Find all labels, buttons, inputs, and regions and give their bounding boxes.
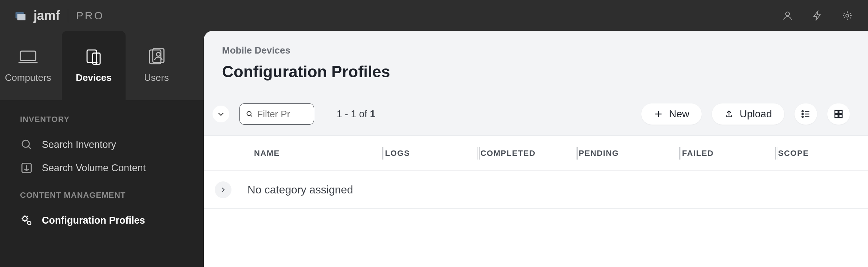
tab-devices[interactable]: Devices (62, 31, 126, 100)
column-failed[interactable]: FAILED (682, 149, 778, 158)
chevron-right-icon (220, 186, 226, 193)
users-icon (146, 48, 167, 66)
upload-button-label: Upload (740, 108, 772, 120)
column-logs[interactable]: LOGS (385, 149, 480, 158)
column-resize-handle[interactable] (381, 147, 385, 160)
jamf-logo-icon (15, 10, 25, 21)
svg-point-18 (802, 116, 804, 118)
column-scope[interactable]: SCOPE (778, 149, 865, 158)
plus-icon (654, 109, 663, 119)
result-range: 1 - 1 of 1 (337, 109, 376, 120)
filter-input[interactable] (257, 109, 308, 120)
search-icon (246, 109, 253, 119)
svg-point-15 (247, 111, 251, 116)
table-header: NAME LOGS COMPLETED PENDING FAILED SCOPE (204, 136, 868, 171)
upload-icon (724, 109, 734, 119)
brand-pro: PRO (76, 9, 104, 22)
svg-rect-20 (839, 110, 842, 114)
left-panel: Computers Devices Users INVENTORY Search… (0, 31, 204, 267)
sidebar-section-content-management: CONTENT MANAGEMENT (0, 191, 204, 209)
range-prefix: 1 - 1 of (337, 109, 370, 119)
mobile-devices-icon (84, 48, 104, 66)
sidebar-item-search-inventory[interactable]: Search Inventory (0, 133, 204, 156)
tab-computers[interactable]: Computers (0, 31, 62, 100)
device-type-tabs: Computers Devices Users (0, 31, 204, 100)
svg-rect-5 (87, 50, 96, 62)
gear-icon[interactable] (841, 9, 853, 22)
topbar-actions (781, 9, 853, 22)
list-icon (800, 109, 811, 119)
column-name[interactable]: NAME (254, 149, 385, 158)
main-panel: Mobile Devices Configuration Profiles 1 … (204, 31, 868, 267)
svg-rect-4 (20, 51, 36, 60)
page-title: Configuration Profiles (222, 63, 850, 81)
column-resize-handle[interactable] (678, 147, 682, 160)
upload-button[interactable]: Upload (712, 103, 784, 125)
tab-devices-label: Devices (76, 72, 111, 83)
svg-rect-19 (835, 110, 838, 114)
column-resize-handle[interactable] (575, 147, 579, 160)
breadcrumb: Mobile Devices (222, 45, 850, 56)
svg-point-14 (28, 221, 31, 225)
svg-rect-9 (153, 48, 164, 62)
group-expand-button[interactable] (215, 181, 231, 198)
svg-point-11 (22, 140, 29, 148)
group-label: No category assigned (247, 184, 353, 196)
svg-rect-22 (839, 114, 842, 118)
new-button[interactable]: New (641, 103, 702, 125)
svg-point-17 (802, 113, 804, 115)
new-button-label: New (669, 108, 689, 120)
gears-icon (20, 214, 33, 227)
filter-input-wrapper[interactable] (239, 103, 314, 125)
svg-point-2 (786, 12, 790, 16)
column-resize-handle[interactable] (774, 147, 778, 160)
svg-point-3 (846, 14, 849, 17)
grid-icon (833, 109, 844, 119)
brand-jamf: jamf (33, 8, 60, 23)
tab-users[interactable]: Users (126, 31, 187, 100)
column-completed[interactable]: COMPLETED (480, 149, 579, 158)
column-resize-handle[interactable] (477, 147, 480, 160)
tab-computers-label: Computers (5, 72, 51, 83)
bolt-icon[interactable] (811, 9, 824, 22)
svg-point-16 (802, 111, 804, 112)
svg-rect-21 (835, 114, 838, 118)
app-box-icon (20, 161, 33, 174)
laptop-icon (18, 48, 38, 66)
sidebar-item-configuration-profiles[interactable]: Configuration Profiles (0, 209, 204, 232)
collapse-all-button[interactable] (213, 106, 229, 122)
sidebar-item-label: Search Inventory (42, 139, 116, 150)
toolbar: 1 - 1 of 1 New Upload (204, 95, 868, 136)
column-pending[interactable]: PENDING (579, 149, 682, 158)
grid-view-button[interactable] (827, 103, 850, 125)
svg-rect-1 (17, 14, 26, 20)
range-total: 1 (370, 109, 376, 119)
sidebar-item-label: Configuration Profiles (42, 215, 145, 226)
brand-logo[interactable]: jamf PRO (15, 8, 104, 23)
search-icon (20, 138, 33, 151)
sidebar-section-inventory: INVENTORY (0, 115, 204, 133)
main-header: Mobile Devices Configuration Profiles (204, 31, 868, 95)
table-group-row: No category assigned (204, 171, 868, 209)
sidebar-item-label: Search Volume Content (42, 162, 146, 174)
svg-point-7 (96, 62, 97, 63)
svg-point-10 (156, 52, 160, 56)
tab-users-label: Users (144, 72, 169, 83)
sidebar-item-search-volume-content[interactable]: Search Volume Content (0, 156, 204, 180)
user-icon[interactable] (781, 9, 794, 22)
list-view-button[interactable] (794, 103, 817, 125)
sidebar: INVENTORY Search Inventory Search Volume… (0, 100, 204, 267)
chevron-down-icon (217, 110, 225, 118)
topbar: jamf PRO (0, 0, 868, 31)
brand-divider (68, 9, 68, 23)
